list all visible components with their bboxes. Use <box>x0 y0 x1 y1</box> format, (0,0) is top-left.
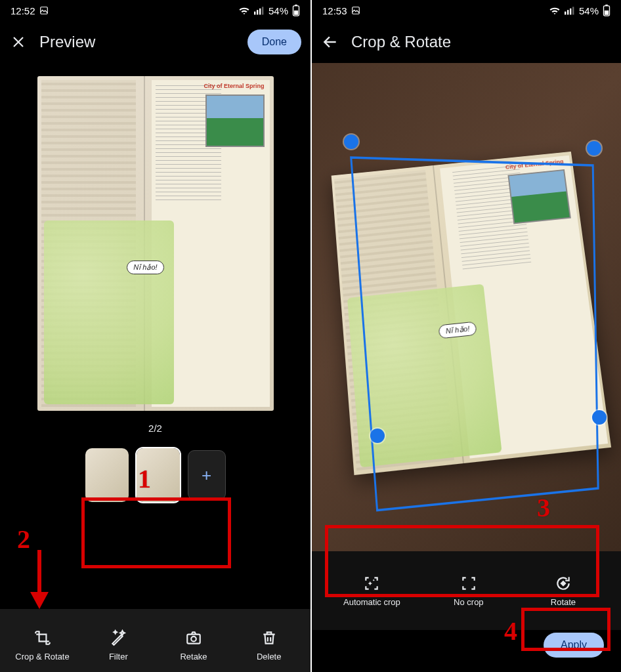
no-crop-button[interactable]: No crop <box>442 575 495 607</box>
svg-rect-15 <box>570 9 571 15</box>
svg-rect-2 <box>257 10 258 14</box>
status-time: 12:53 <box>322 5 347 16</box>
page-title: Preview <box>39 33 236 51</box>
auto-crop-icon <box>363 575 380 592</box>
done-button[interactable]: Done <box>247 30 301 54</box>
retake-button[interactable]: Retake <box>167 629 220 662</box>
svg-rect-6 <box>295 5 297 6</box>
svg-rect-3 <box>259 9 261 15</box>
thumbnail-1[interactable] <box>85 448 129 502</box>
svg-rect-21 <box>560 580 566 586</box>
apply-button[interactable]: Apply <box>544 633 604 658</box>
battery-icon <box>292 5 300 16</box>
no-crop-icon <box>460 575 477 592</box>
book-caption: City of Eternal Spring <box>203 83 264 89</box>
apply-row: Apply <box>312 630 621 672</box>
status-time: 12:52 <box>11 5 35 16</box>
rotate-button[interactable]: Rotate <box>537 575 589 607</box>
battery-text: 54% <box>268 5 288 16</box>
crop-handle-tr[interactable] <box>587 141 601 156</box>
svg-rect-18 <box>605 5 608 6</box>
speech-bubble: Nǐ hǎo! <box>127 261 163 274</box>
crop-canvas[interactable]: City of Eternal Spring Nǐ hǎo! <box>312 63 621 551</box>
crop-rotate-icon <box>34 629 51 646</box>
svg-rect-19 <box>605 10 609 15</box>
thumbnail-strip: + <box>80 443 231 507</box>
header: Crop & Rotate <box>312 21 621 63</box>
rotate-icon <box>555 575 572 592</box>
svg-rect-4 <box>262 7 263 14</box>
crop-handle-tl[interactable] <box>344 135 358 149</box>
wifi-icon <box>238 6 250 15</box>
scan-preview-image[interactable]: City of Eternal Spring Nǐ hǎo! <box>37 76 274 411</box>
add-page-button[interactable]: + <box>188 450 226 500</box>
crop-handle-bl[interactable] <box>370 429 385 443</box>
status-bar: 12:53 54% <box>312 0 621 21</box>
svg-rect-8 <box>187 635 200 644</box>
crop-toolbar: Automatic crop No crop Rotate <box>312 551 621 630</box>
bottom-toolbar: Crop & Rotate Filter Retake Delete <box>0 609 310 672</box>
phone-crop: 12:53 54% Crop & Rotate City of Eternal … <box>310 0 621 672</box>
svg-rect-1 <box>254 12 255 15</box>
svg-rect-14 <box>567 10 568 14</box>
page-indicator: 2/2 <box>148 423 162 434</box>
crop-handle-br[interactable] <box>592 410 607 425</box>
magic-wand-icon <box>110 629 127 646</box>
thumbnail-2[interactable] <box>137 448 180 502</box>
back-icon[interactable] <box>321 33 339 51</box>
page-title: Crop & Rotate <box>351 33 612 51</box>
close-icon[interactable] <box>9 33 28 51</box>
svg-rect-16 <box>572 7 574 14</box>
header: Preview Done <box>0 21 310 63</box>
svg-rect-7 <box>294 10 298 15</box>
trash-icon <box>261 629 278 646</box>
screenshot-icon <box>39 6 49 15</box>
preview-area: City of Eternal Spring Nǐ hǎo! 2/2 + <box>0 63 310 609</box>
phone-preview: 12:52 54% Preview Done City of Eternal S… <box>0 0 310 672</box>
svg-point-9 <box>191 637 196 642</box>
wifi-icon <box>549 6 561 15</box>
status-bar: 12:52 54% <box>0 0 310 21</box>
signal-icon <box>565 6 575 15</box>
crop-rotate-button[interactable]: Crop & Rotate <box>15 629 69 662</box>
signal-icon <box>254 6 265 15</box>
camera-icon <box>185 629 202 646</box>
filter-button[interactable]: Filter <box>92 629 144 662</box>
screenshot-icon <box>351 6 360 15</box>
delete-button[interactable]: Delete <box>243 629 295 662</box>
svg-rect-13 <box>565 12 566 15</box>
battery-icon <box>603 5 610 16</box>
automatic-crop-button[interactable]: Automatic crop <box>343 575 400 607</box>
battery-text: 54% <box>579 5 599 16</box>
